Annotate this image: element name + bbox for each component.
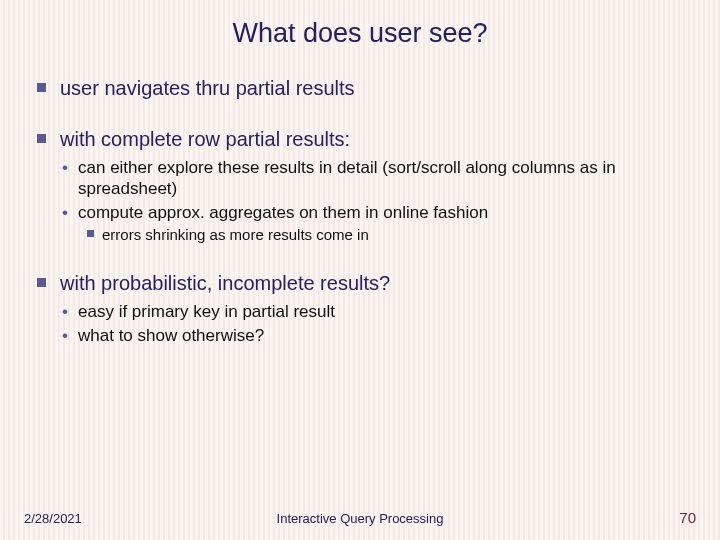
- sub-bullet-item: compute approx. aggregates on them in on…: [60, 202, 686, 245]
- bullet-item: with probabilistic, incomplete results? …: [34, 272, 686, 346]
- sub-sub-bullet-item: errors shrinking as more results come in: [78, 225, 686, 245]
- bullet-list: user navigates thru partial results with…: [34, 77, 686, 346]
- sub-bullet-text: easy if primary key in partial result: [78, 302, 335, 321]
- footer-page-number: 70: [679, 509, 696, 526]
- sub-bullet-item: easy if primary key in partial result: [60, 301, 686, 322]
- slide-title: What does user see?: [34, 18, 686, 49]
- footer-title: Interactive Query Processing: [24, 511, 696, 526]
- sub-sub-bullet-text: errors shrinking as more results come in: [102, 226, 369, 243]
- footer: 2/28/2021 Interactive Query Processing 7…: [0, 511, 720, 526]
- bullet-text: with complete row partial results:: [60, 128, 350, 150]
- bullet-text: with probabilistic, incomplete results?: [60, 272, 390, 294]
- bullet-text: user navigates thru partial results: [60, 77, 355, 99]
- sub-sub-bullet-list: errors shrinking as more results come in: [78, 225, 686, 245]
- slide: What does user see? user navigates thru …: [0, 0, 720, 540]
- footer-date: 2/28/2021: [24, 511, 82, 526]
- sub-bullet-item: what to show otherwise?: [60, 325, 686, 346]
- bullet-item: user navigates thru partial results: [34, 77, 686, 100]
- bullet-item: with complete row partial results: can e…: [34, 128, 686, 244]
- sub-bullet-item: can either explore these results in deta…: [60, 157, 686, 200]
- sub-bullet-text: can either explore these results in deta…: [78, 158, 616, 198]
- sub-bullet-list: can either explore these results in deta…: [60, 157, 686, 244]
- sub-bullet-text: compute approx. aggregates on them in on…: [78, 203, 488, 222]
- sub-bullet-text: what to show otherwise?: [78, 326, 264, 345]
- sub-bullet-list: easy if primary key in partial result wh…: [60, 301, 686, 346]
